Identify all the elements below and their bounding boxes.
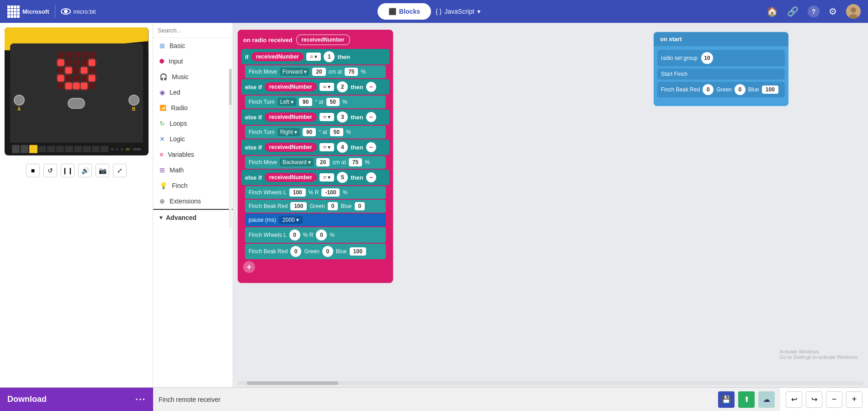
finch-move-forward-block: Finch Move Forward ▾ 20 cm at 75 % xyxy=(245,65,386,78)
sim-toolbar: ■ ↺ ❙❙ 🔊 📷 ⤢ xyxy=(22,160,130,181)
pause-block: pause (ms) 2000 ▾ xyxy=(245,214,386,226)
sidebar-item-advanced[interactable]: ▾ Advanced xyxy=(153,209,233,225)
blocks-label: Blocks xyxy=(399,8,420,15)
settings-icon[interactable]: ⚙ xyxy=(829,6,837,17)
cm-label-2: cm at xyxy=(332,159,346,165)
finch-move-label: Finch Move xyxy=(249,69,277,75)
nav-left: Microsoft micro:bit xyxy=(7,5,96,18)
sim-btn-b[interactable] xyxy=(128,95,139,106)
canvas-scrollbar-thumb[interactable] xyxy=(247,381,338,385)
sim-fullscreen-btn[interactable]: ⤢ xyxy=(113,164,127,177)
zoom-minus-btn[interactable]: − xyxy=(826,391,842,408)
top-nav: Microsoft micro:bit ⬛ Blocks { } JavaScr… xyxy=(0,0,868,23)
search-input[interactable] xyxy=(158,27,233,34)
sidebar-item-radio[interactable]: 📶 Radio xyxy=(153,100,233,116)
github-btn[interactable]: ⬆ xyxy=(738,391,755,408)
pin-gnd-label: GND xyxy=(133,147,141,151)
eq-badge-3[interactable]: = ▾ xyxy=(320,113,334,121)
save-btn[interactable]: 💾 xyxy=(718,391,735,408)
sidebar-label-basic: Basic xyxy=(170,42,185,49)
on-start-footer xyxy=(657,100,785,102)
sidebar-label-music: Music xyxy=(172,73,189,80)
sim-sound-btn[interactable]: 🔊 xyxy=(78,164,92,177)
sidebar-item-finch[interactable]: 💡 Finch xyxy=(153,178,233,193)
search-bar: 🔍 xyxy=(153,23,233,38)
download-btn[interactable]: Download ··· xyxy=(0,388,153,411)
cm20-badge: 20 xyxy=(312,68,325,76)
right-dd[interactable]: Right ▾ xyxy=(277,128,300,136)
bottom-right: ↩ ↪ − + xyxy=(780,388,868,411)
plus-btn[interactable]: + xyxy=(241,261,389,273)
sidebar-label-advanced: Advanced xyxy=(166,214,197,221)
blocks-canvas: on radio received receivedNumber if rece… xyxy=(233,23,868,387)
sidebar-item-music[interactable]: 🎧 Music xyxy=(153,69,233,85)
led-3-4 xyxy=(89,75,95,81)
pin-1-label: 1 xyxy=(116,147,118,151)
pct-label-1: % xyxy=(361,69,366,75)
led-4-1 xyxy=(65,83,72,89)
redo-btn[interactable]: ↪ xyxy=(806,391,822,408)
sim-led-grid xyxy=(58,52,95,89)
js-tab[interactable]: { } JavaScript ▾ xyxy=(431,4,485,19)
led-1-2 xyxy=(73,59,80,66)
led-3-3 xyxy=(81,75,87,81)
download-dots[interactable]: ··· xyxy=(135,394,146,405)
project-name-input[interactable] xyxy=(159,396,714,403)
eq-badge-1[interactable]: = ▾ xyxy=(306,53,321,61)
radio-group-val: 10 xyxy=(701,52,713,64)
bottom-bar: Download ··· 💾 ⬆ ☁ ↩ ↪ − + xyxy=(0,387,868,411)
radio-icon: 📶 xyxy=(160,105,166,111)
else-if-label-5: else if xyxy=(245,174,262,181)
sidebar-item-basic[interactable]: ⊞ Basic xyxy=(153,38,233,53)
help-icon[interactable]: ? xyxy=(808,5,820,17)
sim-stop-btn[interactable]: ■ xyxy=(26,164,40,177)
blocks-tab[interactable]: ⬛ Blocks xyxy=(378,3,431,20)
sidebar-item-loops[interactable]: ↻ Loops xyxy=(153,116,233,131)
minus-btn-4[interactable]: − xyxy=(366,142,376,152)
home-icon[interactable]: 🏠 xyxy=(767,6,778,17)
add-branch-icon[interactable]: + xyxy=(243,261,255,273)
sidebar-item-logic[interactable]: ✕ Logic xyxy=(153,131,233,147)
sidebar-item-input[interactable]: Input xyxy=(153,53,233,69)
undo-btn[interactable]: ↩ xyxy=(786,391,802,408)
received-number-badge: receivedNumber xyxy=(296,34,350,45)
sidebar-item-variables[interactable]: ≡ Variables xyxy=(153,147,233,162)
led-icon: ◉ xyxy=(160,89,165,96)
finch-turn-label-2: Finch Turn xyxy=(249,129,275,135)
eq-badge-2[interactable]: = ▾ xyxy=(320,83,334,91)
user-avatar[interactable] xyxy=(846,4,861,19)
sim-screenshot-btn[interactable]: 📷 xyxy=(96,164,109,177)
finch-beak-block-2: Finch Beak Red 0 Green 0 Blue 100 xyxy=(245,244,386,259)
share-icon[interactable]: 🔗 xyxy=(787,6,799,17)
zoom-plus-btn[interactable]: + xyxy=(846,391,863,408)
nav-divider xyxy=(55,5,55,18)
sim-btn-a[interactable] xyxy=(14,95,25,106)
sidebar-label-input: Input xyxy=(169,58,183,65)
share-project-btn[interactable]: ☁ xyxy=(758,391,775,408)
forward-dd[interactable]: Forward ▾ xyxy=(280,68,309,76)
finch-turn-right-block: Finch Turn Right ▾ 90 ° at 50 % xyxy=(245,126,386,139)
advanced-arrow-icon: ▾ xyxy=(160,214,162,221)
sidebar-item-led[interactable]: ◉ Led xyxy=(153,85,233,100)
sidebar-item-extensions[interactable]: ⊕ Extensions xyxy=(153,193,233,209)
sim-slow-btn[interactable]: ❙❙ xyxy=(61,164,75,177)
sidebar-label-finch: Finch xyxy=(172,182,187,189)
pause-ms-dd[interactable]: 2000 ▾ xyxy=(279,216,303,224)
sidebar-scrollbar-thumb[interactable] xyxy=(229,69,232,105)
sidebar-label-logic: Logic xyxy=(170,135,185,143)
else-if-label-3: else if xyxy=(245,114,262,121)
sim-restart-btn[interactable]: ↺ xyxy=(43,164,57,177)
eq-badge-5[interactable]: = ▾ xyxy=(320,173,334,181)
minus-btn-3[interactable]: − xyxy=(366,112,376,122)
sidebar-item-math[interactable]: ⊞ Math xyxy=(153,162,233,178)
left-dd[interactable]: Left ▾ xyxy=(277,98,296,106)
minus-btn-2[interactable]: − xyxy=(366,82,376,92)
eq-badge-4[interactable]: = ▾ xyxy=(320,143,334,151)
else-if-block-4: else if receivedNumber = ▾ 4 then − xyxy=(241,139,389,155)
backward-dd[interactable]: Backward ▾ xyxy=(280,158,314,166)
blue-label-1: Blue xyxy=(341,203,351,209)
sidebar-label-variables: Variables xyxy=(168,151,194,158)
sidebar-label-led: Led xyxy=(170,89,180,96)
on-start-header: on start xyxy=(654,32,788,46)
minus-btn-5[interactable]: − xyxy=(366,172,376,182)
